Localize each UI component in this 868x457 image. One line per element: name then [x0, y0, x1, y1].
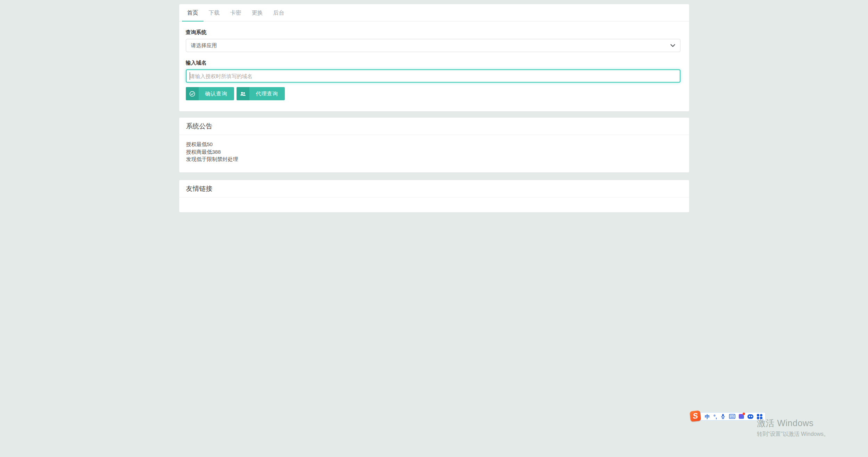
- app-select-value: 请选择应用: [191, 42, 217, 49]
- announcement-title: 系统公告: [179, 118, 689, 135]
- friend-links-card: 友情链接: [179, 180, 689, 212]
- announcement-line: 授权最低50: [186, 141, 682, 148]
- watermark-subtitle: 转到“设置”以激活 Windows。: [757, 431, 829, 438]
- domain-input[interactable]: [187, 70, 680, 82]
- skin-icon[interactable]: [739, 414, 744, 419]
- keyboard-icon[interactable]: [729, 414, 735, 419]
- sogou-logo-icon[interactable]: S: [690, 411, 701, 422]
- chevron-down-icon: [670, 44, 675, 47]
- ime-language-mode-icon[interactable]: 中: [705, 414, 710, 419]
- tab-card-key[interactable]: 卡密: [225, 4, 247, 21]
- smart-assistant-icon[interactable]: [747, 414, 753, 419]
- app-select[interactable]: 请选择应用: [186, 39, 680, 52]
- friend-links-body: [179, 197, 689, 212]
- domain-input-wrap: [186, 69, 680, 83]
- agent-query-button[interactable]: 代理查询: [237, 87, 285, 100]
- system-select-label: 查询系统: [186, 29, 680, 36]
- tab-admin[interactable]: 后台: [268, 4, 290, 21]
- friend-links-title: 友情链接: [179, 180, 689, 197]
- check-circle-icon: [186, 87, 199, 100]
- tab-home[interactable]: 首页: [182, 4, 204, 21]
- confirm-query-label: 确认查询: [199, 87, 234, 100]
- confirm-query-button[interactable]: 确认查询: [186, 87, 234, 100]
- domain-input-label: 输入域名: [186, 60, 680, 66]
- tab-download[interactable]: 下载: [204, 4, 225, 21]
- tab-replace[interactable]: 更换: [247, 4, 268, 21]
- announcement-line: 授权商最低388: [186, 148, 682, 156]
- announcement-body: 授权最低50 授权商最低388 发现低于限制禁封处理: [179, 135, 689, 172]
- microphone-icon[interactable]: [720, 414, 726, 419]
- agent-query-label: 代理查询: [249, 87, 285, 100]
- query-form: 查询系统 请选择应用 输入域名: [179, 22, 689, 111]
- button-row: 确认查询 代理查询: [186, 87, 680, 100]
- watermark-title: 激活 Windows: [757, 417, 829, 429]
- ime-punctuation-icon[interactable]: °,: [713, 414, 717, 419]
- announcement-line: 发现低于限制禁封处理: [186, 155, 682, 163]
- windows-activation-watermark: 激活 Windows 转到“设置”以激活 Windows。: [757, 417, 829, 438]
- announcement-card: 系统公告 授权最低50 授权商最低388 发现低于限制禁封处理: [179, 118, 689, 172]
- page-column: 首页 下载 卡密 更换 后台 查询系统 请选择应用 输入域名: [179, 0, 689, 212]
- query-card: 首页 下载 卡密 更换 后台 查询系统 请选择应用 输入域名: [179, 4, 689, 111]
- nav-tabs: 首页 下载 卡密 更换 后台: [179, 4, 689, 22]
- users-icon: [237, 87, 249, 100]
- text-caret: [190, 72, 190, 80]
